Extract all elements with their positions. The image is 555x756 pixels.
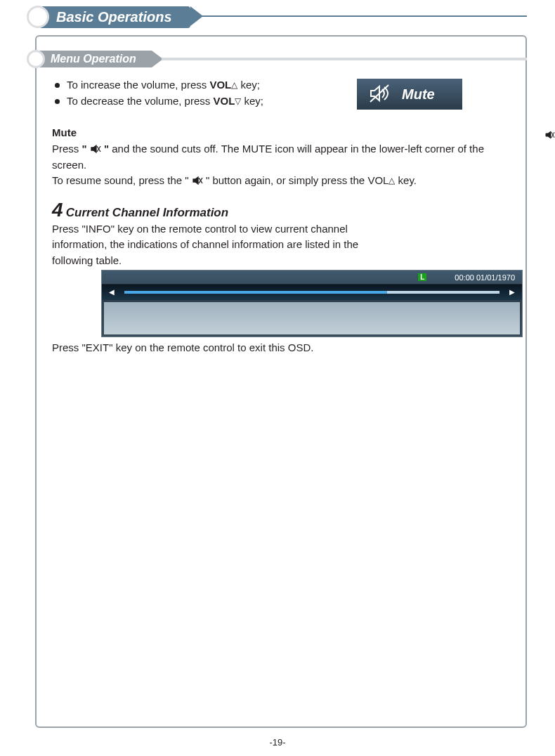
step-title: Current Channel Information (66, 206, 228, 219)
section-header: Basic Operations (27, 6, 190, 28)
content-area: To increase the volume, press VOL△ key; … (52, 79, 510, 356)
info-top-bar: L 00:00 01/01/1970 (102, 271, 522, 285)
page-number: -19- (0, 737, 555, 748)
mute-icon (192, 174, 203, 184)
bullet-icon (55, 83, 60, 88)
mute-osd-preview: Mute (357, 79, 462, 110)
mute-description-1: Press " " and the sound cuts off. The MU… (52, 141, 510, 173)
bullet-icon (55, 99, 60, 104)
mute-heading: Mute (52, 126, 510, 138)
exit-instruction: Press "EXIT" key on the remote control t… (52, 340, 510, 356)
subsection-title: Menu Operation (38, 51, 152, 67)
bullet-text: To decrease the volume, press VOL▽ key; (67, 95, 263, 107)
info-progress-row: ◀ ▶ (102, 285, 522, 300)
margin-mute-icon (545, 130, 555, 140)
step-4-row: 4 Current Channel Information (52, 199, 510, 221)
mute-icon (90, 143, 101, 152)
subsection-header: Menu Operation (27, 49, 152, 69)
info-body-panel (104, 302, 520, 334)
info-timestamp: 00:00 01/01/1970 (455, 273, 515, 282)
mute-label: Mute (402, 86, 435, 103)
subheader-rule (162, 58, 527, 60)
mute-description-2: To resume sound, press the " " button ag… (52, 173, 510, 189)
triangle-up-icon: △ (231, 80, 237, 90)
header-rule (169, 15, 527, 17)
progress-bar (124, 291, 500, 294)
header-circle-icon (27, 6, 49, 28)
l-badge: L (418, 273, 426, 281)
arrow-right-icon: ▶ (509, 288, 515, 296)
bullet-text: To increase the volume, press VOL△ key; (67, 79, 260, 91)
content-frame: To increase the volume, press VOL△ key; … (35, 35, 527, 728)
triangle-down-icon: ▽ (235, 96, 241, 106)
channel-info-osd: L 00:00 01/01/1970 ◀ ▶ (101, 270, 523, 337)
subheader-circle-icon (27, 50, 45, 68)
section-title: Basic Operations (41, 6, 190, 28)
mute-icon (367, 81, 392, 108)
step-number: 4 (52, 199, 63, 221)
arrow-left-icon: ◀ (109, 288, 115, 296)
step-description: Press "INFO" key on the remote control t… (52, 221, 389, 269)
